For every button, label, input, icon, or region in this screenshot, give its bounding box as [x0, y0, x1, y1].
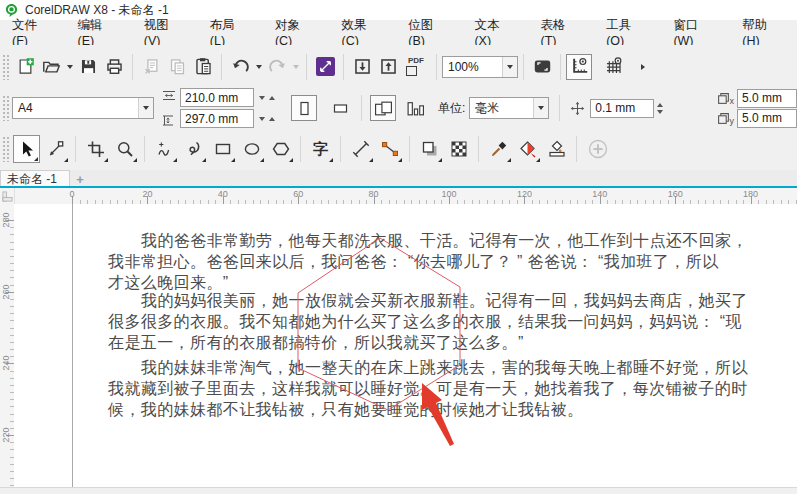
- ruler-origin-corner[interactable]: [0, 188, 15, 204]
- smart-fill-icon: [548, 140, 566, 158]
- hruler-label: 60: [293, 189, 303, 199]
- shape-tool[interactable]: [42, 135, 69, 163]
- add-tools-button[interactable]: [583, 135, 613, 163]
- units-value: 毫米: [470, 100, 533, 117]
- menu-bar: 文件(F)编辑(E)视图(V)布局(L)对象(C)效果(C)位图(B)文本(X)…: [0, 20, 797, 46]
- page-width-field[interactable]: 210.0 mm: [180, 88, 254, 107]
- undo-dropdown[interactable]: [253, 54, 264, 80]
- polygon-tool[interactable]: [267, 135, 294, 163]
- redo-arrow-icon: [268, 57, 287, 76]
- pick-cursor-icon: [18, 140, 36, 158]
- nudge-offset-field[interactable]: 0.1 mm: [590, 99, 654, 118]
- vruler-label: 280: [1, 212, 11, 227]
- units-combobox[interactable]: 毫米: [469, 97, 549, 119]
- freehand-tool[interactable]: [151, 135, 178, 163]
- toolbar-grip[interactable]: [2, 54, 9, 80]
- transparency-tool[interactable]: [445, 135, 472, 163]
- page-height-spinner[interactable]: [257, 117, 277, 121]
- open-dropdown[interactable]: [64, 54, 75, 80]
- current-page-icon: [406, 99, 425, 118]
- portrait-button[interactable]: [291, 95, 317, 121]
- document-tab-bar: 未命名 -1 +: [0, 170, 797, 188]
- drop-shadow-tool[interactable]: [416, 135, 443, 163]
- paste-button[interactable]: [190, 54, 216, 80]
- zoom-level-dropdown[interactable]: [502, 57, 517, 77]
- cut-button[interactable]: [138, 54, 164, 80]
- hruler-label: 160: [668, 189, 683, 199]
- text-line: 很多很多的衣服。我不知都她为什么买了这么多的衣服，结果我一问妈妈，妈妈说： “现: [108, 311, 764, 332]
- pick-tool[interactable]: [13, 135, 40, 163]
- show-guidelines-button[interactable]: [634, 54, 652, 80]
- artistic-media-tool[interactable]: [180, 135, 207, 163]
- nudge-spinner[interactable]: [657, 103, 663, 114]
- duplicate-y-field[interactable]: 5.0 mm: [737, 109, 797, 128]
- page-preset-dropdown[interactable]: [138, 98, 153, 118]
- import-button[interactable]: [349, 54, 375, 80]
- redo-dropdown[interactable]: [290, 54, 301, 80]
- color-eyedropper-tool[interactable]: [485, 135, 512, 163]
- save-floppy-icon: [79, 57, 98, 76]
- connector-tool[interactable]: [376, 135, 403, 163]
- zoom-tool[interactable]: [111, 135, 138, 163]
- text-line: 候，我的妹妹都不让我钻被，只有她要睡觉的时候她才让我钻被。: [108, 399, 764, 420]
- print-button[interactable]: [101, 54, 127, 80]
- show-rulers-button[interactable]: [566, 54, 592, 80]
- search-content-button[interactable]: [312, 54, 338, 80]
- drawing-canvas[interactable]: 我的爸爸非常勤劳，他每天都洗衣服、干活。记得有一次，他工作到十点还不回家，我非常…: [14, 204, 797, 487]
- property-bar-grip[interactable]: [2, 95, 9, 121]
- text-tool[interactable]: 字: [307, 135, 334, 163]
- text-line: 我就藏到被子里面去，这样我就可以睡好觉。可是有一天，她找着我了，每次铺被子的时: [108, 378, 764, 399]
- ellipse-tool[interactable]: [238, 135, 265, 163]
- hruler-label: 20: [142, 189, 152, 199]
- redo-button[interactable]: [264, 54, 290, 80]
- export-button[interactable]: [375, 54, 401, 80]
- page-size-preset-combobox[interactable]: A4: [12, 97, 154, 119]
- vruler-label: 240: [1, 356, 11, 371]
- interactive-fill-tool[interactable]: [514, 135, 541, 163]
- smart-fill-tool[interactable]: [543, 135, 570, 163]
- open-button[interactable]: [38, 54, 64, 80]
- toolbox: 字: [0, 128, 797, 171]
- rectangle-icon: [214, 140, 232, 158]
- property-bar: A4 210.0 mm 297.0 mm 单位:: [0, 88, 797, 129]
- units-dropdown[interactable]: [533, 98, 548, 118]
- duplicate-x-field[interactable]: 5.0 mm: [737, 89, 797, 108]
- search-content-icon: [316, 57, 335, 76]
- save-button[interactable]: [75, 54, 101, 80]
- connector-line-icon: [381, 140, 399, 158]
- apply-all-pages-button[interactable]: [370, 95, 396, 121]
- dimension-line-icon: [352, 140, 370, 158]
- zoom-level-combobox[interactable]: 100%: [442, 56, 518, 78]
- coreldraw-window: CorelDRAW X8 - 未命名 -1 文件(F)编辑(E)视图(V)布局(…: [0, 0, 797, 494]
- paste-clipboard-icon: [194, 57, 213, 76]
- publish-pdf-button[interactable]: PDF: [401, 53, 431, 81]
- apply-current-page-button[interactable]: [402, 95, 428, 121]
- paragraph-1: 我的爸爸非常勤劳，他每天都洗衣服、干活。记得有一次，他工作到十点还不回家，我非常…: [108, 230, 764, 293]
- page-height-field[interactable]: 297.0 mm: [180, 109, 254, 128]
- hruler-label: 80: [369, 189, 379, 199]
- toolbox-grip[interactable]: [2, 136, 9, 162]
- fullscreen-preview-icon: [533, 57, 552, 76]
- new-document-button[interactable]: [12, 54, 38, 80]
- rectangle-tool[interactable]: [209, 135, 236, 163]
- duplicate-y-icon: y: [717, 112, 735, 125]
- page-width-spinner[interactable]: [257, 96, 277, 100]
- undo-button[interactable]: [227, 54, 253, 80]
- export-arrow-icon: [379, 57, 398, 76]
- page-preset-value: A4: [13, 101, 138, 115]
- fullscreen-preview-button[interactable]: [529, 54, 555, 80]
- parallel-dimension-tool[interactable]: [347, 135, 374, 163]
- paragraph-3: 我的妹妹非常淘气，她一整天的在床上跳来跳去，害的我每天晚上都睡不好觉，所以我就藏…: [108, 357, 764, 420]
- bottom-scroll-strip[interactable]: [0, 487, 797, 494]
- cut-icon: [142, 57, 161, 76]
- crop-tool[interactable]: [82, 135, 109, 163]
- page-width-icon: [162, 90, 176, 101]
- show-grid-button[interactable]: [600, 54, 626, 80]
- polygon-icon: [272, 140, 290, 158]
- hruler-label: 140: [592, 189, 607, 199]
- open-folder-icon: [42, 57, 61, 76]
- landscape-button[interactable]: [327, 95, 353, 121]
- text-line: 在是五一，所有的衣服都搞特价，所以我就买了这么多。”: [108, 332, 764, 353]
- hruler-label: 120: [517, 189, 532, 199]
- copy-button[interactable]: [164, 54, 190, 80]
